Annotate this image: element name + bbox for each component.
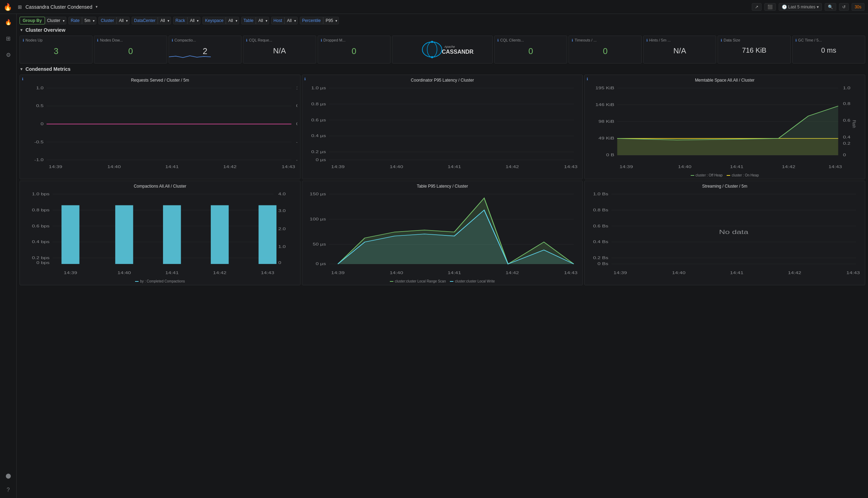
keyspace-label: Keyspace — [202, 17, 226, 24]
dashboard-title: Cassandra Cluster Condensed — [25, 4, 92, 10]
sidebar-item-home[interactable]: 🔥 — [3, 17, 14, 28]
svg-text:0.6 µs: 0.6 µs — [311, 118, 326, 122]
sidebar: 🔥 ⊞ ⚙ ⬤ ? — [0, 14, 17, 498]
chart-area-streaming: 1.0 Bs 0.8 Bs 0.6 Bs 0.4 Bs 0.2 Bs 0 Bs … — [587, 190, 862, 278]
svg-text:14:39: 14:39 — [331, 271, 345, 275]
svg-text:0.6 Bs: 0.6 Bs — [593, 224, 608, 228]
title-dropdown-icon[interactable]: ▾ — [96, 5, 98, 9]
table-latency-legend: cluster:cluster Local Range Scan cluster… — [305, 279, 580, 283]
svg-text:14:42: 14:42 — [505, 271, 519, 275]
stat-value-cql-clients: 0 — [497, 44, 564, 59]
svg-text:14:40: 14:40 — [390, 271, 403, 275]
svg-text:0.5: 0.5 — [296, 104, 297, 108]
svg-text:0.4: 0.4 — [843, 135, 850, 139]
stat-title-nodes-down: ℹ Nodes Dow... — [97, 38, 164, 42]
svg-text:14:42: 14:42 — [788, 271, 801, 275]
sidebar-item-dashboards[interactable]: ⊞ — [4, 33, 13, 44]
rate-value[interactable]: 5m — [82, 17, 96, 24]
info-icon: ℹ — [97, 38, 98, 42]
svg-text:0.4 Bs: 0.4 Bs — [593, 240, 608, 244]
rack-value[interactable]: All — [187, 17, 200, 24]
chart-svg-compactions: 1.0 bps 0.8 bps 0.6 bps 0.4 bps 0.2 bps … — [23, 190, 297, 278]
svg-text:14:43: 14:43 — [829, 165, 842, 169]
stat-card-timeouts: ℹ Timeouts / ... 0 — [569, 36, 641, 63]
share-button[interactable]: ↗ — [752, 3, 762, 11]
svg-text:14:43: 14:43 — [261, 271, 274, 275]
percentile-value[interactable]: P95 — [323, 17, 339, 24]
svg-text:2.0: 2.0 — [278, 227, 285, 231]
svg-text:100 µs: 100 µs — [310, 217, 326, 221]
rack-label: Rack — [173, 17, 187, 24]
svg-text:CASSANDRA: CASSANDRA — [442, 49, 474, 55]
svg-text:14:39: 14:39 — [620, 165, 633, 169]
keyspace-value[interactable]: All — [226, 17, 239, 24]
collapse-icon: ▼ — [20, 28, 23, 32]
svg-text:14:40: 14:40 — [107, 165, 121, 169]
group-by-value[interactable]: Cluster — [45, 17, 66, 24]
sidebar-item-help[interactable]: ? — [5, 485, 12, 495]
svg-text:0.5: 0.5 — [36, 104, 43, 108]
stat-card-nodes-down: ℹ Nodes Dow... 0 — [94, 36, 167, 63]
svg-text:1.0 bps: 1.0 bps — [32, 192, 50, 196]
svg-text:0: 0 — [843, 153, 846, 157]
chart-info-icon: ℹ — [22, 77, 23, 81]
chart-streaming: Streaming / Cluster / 5m 1.0 Bs 0.8 Bs 0… — [584, 181, 865, 285]
search-button[interactable]: 🔍 — [825, 3, 836, 11]
svg-text:98 KiB: 98 KiB — [599, 120, 615, 124]
svg-text:0.8 µs: 0.8 µs — [311, 102, 326, 106]
host-label: Host — [271, 17, 285, 24]
svg-text:14:42: 14:42 — [505, 165, 519, 169]
table-filter: Table All — [241, 17, 269, 24]
svg-text:0: 0 — [296, 122, 297, 126]
time-range-button[interactable]: 🕐 Last 5 minutes ▾ — [779, 3, 822, 11]
on-heap-dot — [727, 175, 730, 176]
condensed-collapse-icon: ▼ — [20, 67, 23, 71]
compactions-sparkline — [169, 53, 211, 60]
sidebar-item-signin[interactable]: ⬤ — [3, 471, 13, 481]
condensed-metrics-header[interactable]: ▼ Condensed Metrics — [20, 66, 865, 72]
chart-area-requests: 1.0 0.5 0 -0.5 -1.0 1.0 0.5 0 -0.5 -1.0 … — [23, 84, 297, 172]
cluster-value[interactable]: All — [117, 17, 129, 24]
on-heap-label: cluster : On Heap — [732, 173, 759, 177]
stat-value-timeouts: 0 — [572, 44, 638, 59]
sidebar-item-settings[interactable]: ⚙ — [4, 50, 13, 60]
svg-text:0 µs: 0 µs — [316, 158, 326, 162]
svg-rect-87 — [61, 205, 79, 264]
svg-text:150 µs: 150 µs — [310, 192, 326, 196]
memtable-legend: cluster : Off Heap cluster : On Heap — [587, 173, 862, 177]
stat-cards-row: ℹ Nodes Up 3 ℹ Nodes Dow... 0 ℹ Compacti… — [20, 36, 865, 63]
svg-text:14:43: 14:43 — [846, 271, 860, 275]
info-icon: ℹ — [795, 38, 797, 42]
info-icon: ℹ — [23, 38, 24, 42]
chart-svg-memtable: 195 KiB 146 KiB 98 KiB 49 KiB 0 B 1.0 0.… — [587, 84, 862, 172]
svg-text:0 Bs: 0 Bs — [598, 262, 608, 266]
stat-value-gc-time: 0 ms — [795, 44, 862, 57]
host-value[interactable]: All — [284, 17, 297, 24]
svg-text:14:41: 14:41 — [447, 165, 461, 169]
refresh-button[interactable]: ↺ — [839, 3, 849, 11]
stat-value-cql-requests: N/A — [246, 44, 313, 58]
stat-title-timeouts: ℹ Timeouts / ... — [572, 38, 638, 42]
refresh-interval-badge[interactable]: 30s — [852, 3, 865, 11]
cluster-overview-header[interactable]: ▼ Cluster Overview — [20, 27, 865, 33]
svg-text:195 KiB: 195 KiB — [595, 86, 614, 90]
top-bar: 🔥 ⊞ Cassandra Cluster Condensed ▾ ↗ ⬛ 🕐 … — [0, 0, 868, 14]
svg-text:0.8 bps: 0.8 bps — [32, 208, 50, 212]
cassandra-logo-card: Apache CASSANDRA — [392, 36, 493, 63]
layout: 🔥 ⊞ ⚙ ⬤ ? Group By Cluster Rate 5m Clust… — [0, 14, 868, 498]
legend-compactions: by : Completed Compactions — [135, 279, 185, 283]
group-by-label[interactable]: Group By — [20, 17, 45, 24]
chart-requests-served: ℹ Requests Served / Cluster / 5m 1.0 0.5… — [20, 75, 301, 179]
chart-area-table-latency: 150 µs 100 µs 50 µs 0 µs 14:39 14:40 — [305, 190, 580, 278]
table-value[interactable]: All — [256, 17, 269, 24]
stat-card-cql-clients: ℹ CQL Clients... 0 — [494, 36, 567, 63]
svg-text:0.6 bps: 0.6 bps — [32, 224, 50, 228]
stat-value-data-size: 716 KiB — [721, 44, 787, 57]
datacenter-filter: DataCenter All — [132, 17, 171, 24]
tv-mode-button[interactable]: ⬛ — [764, 3, 776, 11]
svg-rect-91 — [259, 205, 276, 264]
host-filter: Host All — [271, 17, 298, 24]
datacenter-value[interactable]: All — [158, 17, 171, 24]
svg-text:0.4 bps: 0.4 bps — [32, 240, 50, 244]
chart-info-icon: ℹ — [304, 77, 306, 81]
